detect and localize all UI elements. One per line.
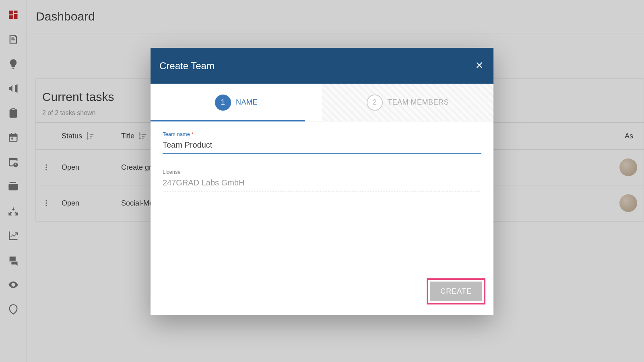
step-number: 1	[215, 95, 231, 111]
modal-title: Create Team	[159, 60, 474, 72]
create-button[interactable]: CREATE	[430, 282, 482, 301]
license-input	[163, 176, 481, 191]
close-icon	[474, 60, 485, 70]
license-label: License	[163, 169, 481, 175]
create-team-modal: Create Team 1 NAME 2 TEAM MEMBERS Team n…	[151, 48, 493, 315]
step-team-members[interactable]: 2 TEAM MEMBERS	[322, 84, 493, 121]
close-button[interactable]	[474, 60, 485, 72]
step-label: TEAM MEMBERS	[388, 98, 449, 107]
create-highlight: CREATE	[427, 278, 485, 304]
step-number: 2	[367, 95, 383, 111]
team-name-input[interactable]	[163, 138, 481, 154]
modal-overlay[interactable]: Create Team 1 NAME 2 TEAM MEMBERS Team n…	[0, 0, 644, 362]
modal-header: Create Team	[151, 48, 493, 84]
step-name[interactable]: 1 NAME	[151, 84, 322, 121]
team-name-label: Team name *	[163, 131, 481, 137]
step-indicator	[151, 120, 305, 121]
wizard-steps: 1 NAME 2 TEAM MEMBERS	[151, 84, 493, 121]
team-name-field: Team name *	[163, 131, 481, 154]
step-label: NAME	[236, 98, 258, 107]
license-field: License	[163, 169, 481, 191]
